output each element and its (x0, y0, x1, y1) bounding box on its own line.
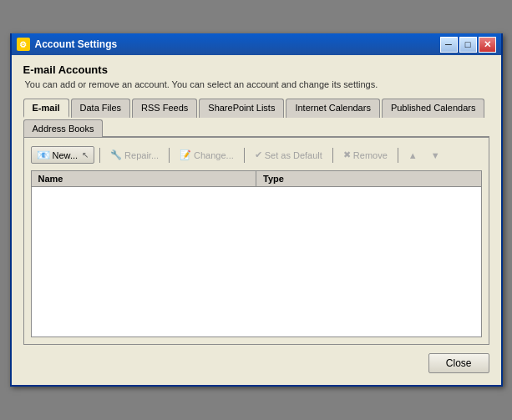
title-bar: ⚙ Account Settings ─ □ ✕ (12, 33, 501, 55)
change-button: 📝 Change... (175, 148, 239, 162)
toolbar-separator-1 (99, 148, 100, 163)
column-header-name: Name (32, 171, 257, 186)
accounts-toolbar: 📧 New... ↖ 🔧 Repair... 📝 Change... ✔ (31, 144, 482, 165)
section-title: E-mail Accounts (23, 63, 489, 76)
window-close-button[interactable]: ✕ (479, 37, 496, 53)
window-title: Account Settings (35, 38, 118, 50)
toolbar-separator-4 (332, 148, 333, 163)
tab-data-files[interactable]: Data Files (71, 99, 131, 118)
minimize-button[interactable]: ─ (440, 37, 458, 53)
remove-button: ✖ Remove (338, 148, 393, 162)
account-settings-window: ⚙ Account Settings ─ □ ✕ E-mail Accounts… (10, 33, 503, 387)
move-up-button: ▲ (403, 149, 423, 162)
title-bar-controls: ─ □ ✕ (440, 37, 496, 53)
remove-icon: ✖ (343, 149, 351, 160)
move-down-button: ▼ (426, 149, 445, 162)
tab-bar: E-mail Data Files RSS Feeds SharePoint L… (23, 98, 489, 138)
tab-panel-email: 📧 New... ↖ 🔧 Repair... 📝 Change... ✔ (23, 138, 489, 345)
maximize-button[interactable]: □ (459, 37, 477, 53)
table-body (32, 187, 481, 332)
column-header-type: Type (256, 171, 481, 186)
toolbar-separator-5 (398, 148, 398, 163)
table-header: Name Type (32, 171, 481, 187)
window-icon: ⚙ (17, 38, 30, 51)
tab-email[interactable]: E-mail (23, 99, 69, 118)
change-icon: 📝 (180, 149, 191, 160)
tab-sharepoint-lists[interactable]: SharePoint Lists (199, 99, 284, 118)
new-button[interactable]: 📧 New... ↖ (31, 146, 95, 164)
set-default-button: ✔ Set as Default (250, 148, 327, 162)
title-bar-text: ⚙ Account Settings (17, 38, 118, 51)
accounts-table[interactable]: Name Type (31, 170, 482, 337)
checkmark-icon: ✔ (255, 149, 262, 160)
section-description: You can add or remove an account. You ca… (25, 79, 489, 89)
new-icon: 📧 (37, 149, 50, 161)
content-area: E-mail Accounts You can add or remove an… (12, 55, 501, 385)
repair-button: 🔧 Repair... (105, 148, 164, 162)
toolbar-separator-2 (169, 148, 170, 163)
toolbar-separator-3 (244, 148, 245, 163)
repair-icon: 🔧 (110, 149, 122, 160)
tab-published-calendars[interactable]: Published Calendars (382, 99, 485, 118)
close-button[interactable]: Close (428, 353, 489, 373)
cursor-indicator: ↖ (82, 150, 89, 159)
bottom-bar: Close (23, 345, 489, 373)
tab-internet-calendars[interactable]: Internet Calendars (286, 99, 380, 118)
tab-rss-feeds[interactable]: RSS Feeds (132, 99, 197, 118)
tab-address-books[interactable]: Address Books (23, 119, 104, 137)
